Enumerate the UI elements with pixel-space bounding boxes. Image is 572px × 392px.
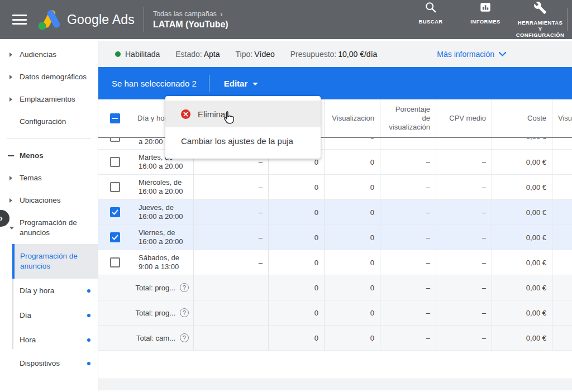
search-icon xyxy=(425,1,437,16)
cell-value: Sábados, de 9:00 a 13:00 xyxy=(139,254,188,271)
more-info-link[interactable]: Más información xyxy=(437,50,506,59)
table-cell: 0 xyxy=(268,225,324,250)
table-cell: – xyxy=(436,275,492,300)
row-checkbox[interactable] xyxy=(110,138,120,142)
sidebar-subitem-d-a-y-hora[interactable]: Día y hora xyxy=(0,279,98,303)
row-checkbox[interactable] xyxy=(110,232,120,242)
sidebar-item-ubicaciones[interactable]: Ubicaciones xyxy=(0,189,98,212)
table-total-row: Total: prog...?00––0,00 € xyxy=(98,300,572,326)
cell-value: – xyxy=(259,208,263,217)
cell-value: 0 xyxy=(314,309,318,317)
topbar-action-search[interactable]: BUSCAR xyxy=(407,1,454,25)
cell-value: – xyxy=(426,334,430,342)
table-cell: 0,00 € xyxy=(492,150,552,174)
row-checkbox[interactable] xyxy=(110,182,120,192)
table-cell xyxy=(552,250,572,275)
active-view-dot-icon xyxy=(87,362,90,365)
table-cell: – xyxy=(436,326,492,350)
cell-value: – xyxy=(482,183,486,192)
sidebar-item-datos-demogr-ficos[interactable]: Datos demográficos xyxy=(0,66,98,88)
cell-value: 0 xyxy=(370,334,374,342)
active-view-dot-icon xyxy=(87,314,90,317)
sidebar-item-programaci-n-de-anuncios[interactable]: Programación de anuncios xyxy=(0,212,98,244)
table-cell: 0,00 € xyxy=(492,250,552,275)
table-cell-checkbox xyxy=(98,150,132,174)
help-icon: ? xyxy=(180,333,189,342)
cell-value: 0 xyxy=(370,309,374,317)
topbar-divider-end xyxy=(567,8,568,31)
table-cell: 0 xyxy=(268,200,324,224)
sidebar-item-configuraci-n[interactable]: Configuración xyxy=(0,111,98,133)
table-cell: – xyxy=(380,150,436,174)
sidebar-subitem-programaci-n-de-anuncios[interactable]: Programación de anuncios xyxy=(12,244,98,279)
column-header-CPV medio: CPV medio xyxy=(436,99,492,137)
sidebar-item-emplazamientos[interactable]: Emplazamientos xyxy=(0,88,98,111)
cell-value: – xyxy=(482,233,486,242)
breadcrumb-path[interactable]: Todas las campañas xyxy=(153,10,217,18)
breadcrumb[interactable]: Todas las campañas› LATAM (YouTube) xyxy=(153,9,228,30)
sidebar-item-label: Programación de anuncios xyxy=(20,218,77,237)
cell-value: 0,00 € xyxy=(526,138,546,141)
edit-label: Editar xyxy=(224,79,248,88)
menu-item-eliminar[interactable]: Eliminar xyxy=(165,101,321,127)
table-cell: 0 xyxy=(268,250,324,275)
cell-value: – xyxy=(482,259,486,267)
topbar-action-wrench[interactable]: HERRAMIENTAS Y CONFIGURACIÓN xyxy=(517,1,564,38)
column-header-0 xyxy=(98,99,132,137)
cell-value: 0 xyxy=(370,158,374,166)
day-hour-cell: Miércoles, de 16:00 a 20:00 xyxy=(132,175,193,199)
cell-value: 0,00 € xyxy=(526,284,546,292)
sidebar-subitem-hora[interactable]: Hora xyxy=(0,328,98,352)
sidebar-item-audiencias[interactable]: Audiencias xyxy=(0,44,98,66)
breadcrumb-chevron-icon: › xyxy=(220,9,223,18)
status-field: Tipo:Vídeo xyxy=(236,50,275,59)
select-all-checkbox[interactable] xyxy=(110,113,120,123)
cell-value: 0 xyxy=(314,233,318,242)
chevron-right-icon xyxy=(9,176,12,180)
bar-chart-icon xyxy=(479,1,492,16)
breadcrumb-current: LATAM (YouTube) xyxy=(153,20,228,30)
table-cell: 0 xyxy=(324,175,380,199)
cell-value: – xyxy=(259,259,263,267)
cell-value: Viernes, de 16:00 a 20:00 xyxy=(139,228,188,246)
total-label-cell: Total: cam...? xyxy=(98,326,193,350)
chevron-down-icon xyxy=(9,227,14,230)
table-cell: 0 xyxy=(324,150,380,174)
topbar-action-bar-chart[interactable]: INFORMES xyxy=(462,1,509,25)
cell-value: 0 xyxy=(314,183,318,192)
sidebar-subitem-label: Día xyxy=(20,311,31,319)
sidebar-item-temas[interactable]: Temas xyxy=(0,167,98,189)
table-cell xyxy=(552,200,572,224)
sidebar-item-menos[interactable]: Menos xyxy=(0,145,98,167)
topbar-action-label: BUSCAR xyxy=(418,18,442,25)
cell-value: 0 xyxy=(370,183,374,192)
sidebar-item-label: Audiencias xyxy=(20,50,56,59)
table-cell: – xyxy=(193,225,268,250)
table-cell-checkbox xyxy=(98,225,132,250)
cell-value: – xyxy=(426,158,430,166)
table-cell: – xyxy=(436,175,492,199)
sidebar-subitem-label: Programación de anuncios xyxy=(20,252,78,270)
column-header-label: Coste xyxy=(527,114,546,123)
table-cell: 0 xyxy=(324,225,380,250)
cell-value: 0 xyxy=(314,284,318,292)
table-cell: 0 xyxy=(268,275,324,300)
active-view-dot-icon xyxy=(87,289,90,293)
cell-value: – xyxy=(426,259,430,267)
table-cell: 0 xyxy=(324,326,380,350)
sidebar-item-label: Dispositivos xyxy=(20,359,60,367)
campaign-status: Habilitada xyxy=(125,50,160,59)
hamburger-menu-icon[interactable] xyxy=(12,15,27,25)
status-field-value: Vídeo xyxy=(254,50,275,59)
sidebar-item-dispositivos[interactable]: Dispositivos xyxy=(0,352,98,375)
row-checkbox[interactable] xyxy=(110,207,120,217)
sidebar-subitem-d-a[interactable]: Día xyxy=(0,303,98,328)
table-footer-space xyxy=(98,351,572,379)
edit-button[interactable]: Editar xyxy=(224,79,259,88)
chevron-right-icon xyxy=(9,52,12,57)
row-checkbox[interactable] xyxy=(110,257,120,267)
cell-value: – xyxy=(482,309,486,317)
row-checkbox[interactable] xyxy=(110,157,120,167)
selection-bar-divider xyxy=(209,75,209,92)
menu-item-cambiar[interactable]: Cambiar los ajustes de la puja xyxy=(165,127,321,154)
